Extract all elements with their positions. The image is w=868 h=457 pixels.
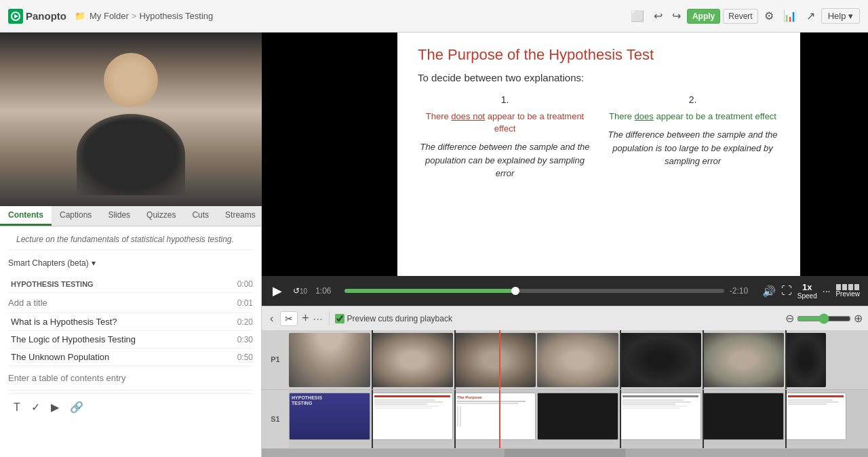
slide-title: The Purpose of the Hypothesis Test <box>418 46 780 64</box>
tab-quizzes[interactable]: Quizzes <box>138 206 184 226</box>
add-button[interactable]: + <box>302 311 309 325</box>
preview-button[interactable]: Preview <box>835 284 860 298</box>
preview-icon <box>836 284 859 290</box>
rewind-button[interactable]: ↺ 10 <box>290 283 310 298</box>
pip-button[interactable]: ⛶ <box>781 285 792 297</box>
apply-button[interactable]: Apply <box>687 9 720 24</box>
col2-pre: There <box>609 111 635 121</box>
add-title-input[interactable] <box>8 294 233 311</box>
toc-time-add: 0:01 <box>233 298 253 308</box>
sidebar-tabs: Contents Captions Slides Quizzes Cuts St… <box>0 206 261 226</box>
col2-number: 2. <box>689 94 697 105</box>
toc-add-title-row: 0:01 <box>8 293 253 313</box>
topbar-actions: ⬜ ↩ ↪ Apply Revert ⚙ 📊 ↗ Help ▾ <box>627 7 860 24</box>
toc-item-what-is[interactable]: What is a Hypothesis Test? 0:20 <box>8 313 253 331</box>
speed-value: 1x <box>802 282 812 292</box>
timeline-labels: P1 S1 <box>262 330 289 449</box>
slide-col-2: 2. There does appear to be a treatment e… <box>606 94 780 262</box>
toc-title-unknown-pop: The Unknown Population <box>11 352 233 362</box>
panopto-logo-text: Panopto <box>26 10 66 22</box>
col2-desc: The difference between the sample and th… <box>606 128 780 168</box>
toc-title-hypothesis: HYPOTHESIS TESTING <box>11 280 233 288</box>
analytics-icon[interactable]: 📊 <box>780 7 800 24</box>
toc-item-logic[interactable]: The Logic of Hypothesis Testing 0:30 <box>8 331 253 349</box>
playhead-person <box>499 330 500 389</box>
rewind-seconds: 10 <box>300 287 307 295</box>
check-tool-button[interactable]: ✓ <box>28 399 43 415</box>
progress-bar[interactable] <box>344 289 724 293</box>
video-black-left <box>262 33 397 276</box>
person-thumb-7 <box>785 333 826 387</box>
toc-time-what-is: 0:20 <box>233 317 253 327</box>
text-tool-button[interactable]: T <box>11 399 23 415</box>
time-remaining: -2:10 <box>730 286 757 296</box>
timeline-scrollbar[interactable] <box>262 449 868 457</box>
speed-control[interactable]: 1x Speed <box>797 282 817 300</box>
breadcrumb-folder[interactable]: My Folder <box>90 11 129 21</box>
slide-thumb-4 <box>537 393 618 440</box>
scissors-button[interactable]: ✂ <box>280 311 298 326</box>
timeline-back-button[interactable]: ‹ <box>267 311 276 326</box>
more-button[interactable]: ··· <box>823 285 831 296</box>
cut-marker-2 <box>454 330 456 389</box>
person-video <box>0 33 262 206</box>
progress-fill <box>344 289 515 293</box>
tab-cuts[interactable]: Cuts <box>184 206 217 226</box>
slide-track[interactable]: HYPOTHESISTESTING <box>289 390 868 450</box>
help-button[interactable]: Help ▾ <box>821 8 860 24</box>
player-controls: ▶ ↺ 10 1:06 -2:10 🔊 ⛶ 1x Speed ··· <box>262 276 868 306</box>
person-thumb-4 <box>537 333 618 387</box>
col1-number: 1. <box>501 94 509 105</box>
toc-title-logic: The Logic of Hypothesis Testing <box>11 334 233 344</box>
col2-underline: does <box>635 111 654 121</box>
play-button[interactable]: ▶ <box>270 281 285 301</box>
p1-label: P1 <box>262 330 289 390</box>
preview-cuts-text: Preview cuts during playback <box>347 314 452 323</box>
volume-button[interactable]: 🔊 <box>762 285 776 298</box>
smart-chapters[interactable]: Smart Chapters (beta) ▾ <box>8 256 253 271</box>
revert-button[interactable]: Revert <box>723 9 757 24</box>
tab-captions[interactable]: Captions <box>52 206 100 226</box>
toc-item-hypothesis-testing[interactable]: HYPOTHESIS TESTING 0:00 <box>8 276 253 293</box>
person-thumbnails <box>289 330 868 390</box>
rewind-icon: ↺ <box>293 286 300 296</box>
slide-cut-marker-4 <box>703 390 704 449</box>
svg-marker-1 <box>14 14 18 18</box>
timeline-more-button[interactable]: ··· <box>313 313 323 324</box>
tab-slides[interactable]: Slides <box>100 206 138 226</box>
undo-button[interactable]: ↩ <box>650 7 666 24</box>
preview-cuts-checkbox[interactable] <box>335 314 344 323</box>
person-thumb-5 <box>620 333 701 387</box>
toc-entry-input[interactable] <box>8 370 253 386</box>
redo-button[interactable]: ↪ <box>669 7 684 24</box>
slide-cut-marker-1 <box>372 390 373 449</box>
video-main: The Purpose of the Hypothesis Test To de… <box>262 33 868 276</box>
s1-label: S1 <box>262 390 289 450</box>
link-tool-button[interactable]: 🔗 <box>67 399 86 415</box>
cut-marker-4 <box>703 330 704 389</box>
sidebar-description: Lecture on the fundamentals of statistic… <box>8 232 253 250</box>
speed-label: Speed <box>797 292 817 300</box>
panopto-logo: Panopto <box>8 9 66 24</box>
tab-streams[interactable]: Streams <box>217 206 264 226</box>
tab-contents[interactable]: Contents <box>0 206 52 226</box>
settings-icon[interactable]: ⚙ <box>761 7 777 24</box>
sidebar-content: Lecture on the fundamentals of statistic… <box>0 226 261 457</box>
video-tool-button[interactable]: ▶ <box>48 399 62 415</box>
screen-btn[interactable]: ⬜ <box>627 7 648 24</box>
cut-marker-5 <box>785 330 787 389</box>
slide-cut-marker-3 <box>620 390 621 449</box>
col2-treatment: There does appear to be a treatment effe… <box>609 111 776 123</box>
breadcrumb: 📁 My Folder > Hypothesis Testing <box>75 11 213 21</box>
col1-pre: There <box>426 111 452 121</box>
zoom-slider[interactable] <box>797 313 851 324</box>
export-icon[interactable]: ↗ <box>803 7 818 24</box>
timeline-tracks: HYPOTHESISTESTING <box>289 330 868 449</box>
toc-item-unknown-pop[interactable]: The Unknown Population 0:50 <box>8 349 253 366</box>
preview-cuts-label[interactable]: Preview cuts during playback <box>335 314 452 323</box>
zoom-in-button[interactable]: ⊕ <box>854 312 863 325</box>
breadcrumb-separator: > <box>132 11 137 21</box>
zoom-out-button[interactable]: ⊖ <box>785 312 794 325</box>
person-track[interactable] <box>289 330 868 390</box>
slide-columns: 1. There does not appear to be a treatme… <box>418 94 780 262</box>
